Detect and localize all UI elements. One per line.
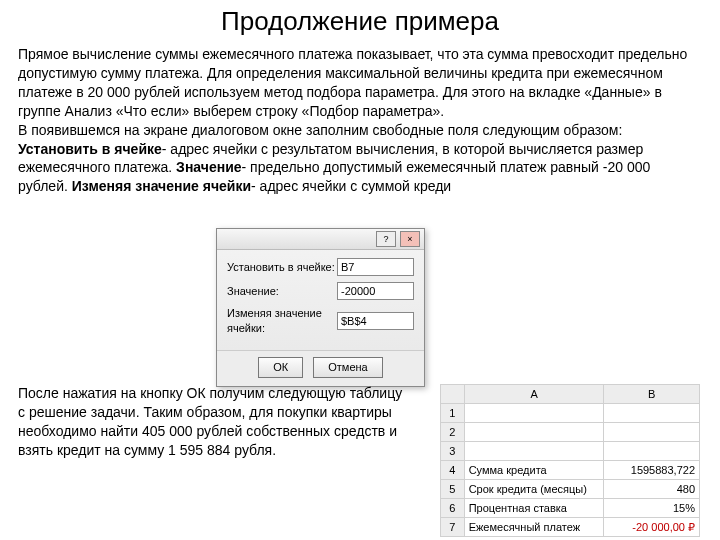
label-set-cell: Установить в ячейке [18,141,162,157]
help-icon[interactable]: ? [376,231,396,247]
set-cell-input[interactable]: B7 [337,258,414,276]
row-header-1[interactable]: 1 [441,404,465,423]
cell-a3[interactable] [464,442,604,461]
ok-button[interactable]: ОК [258,357,303,378]
label-value: Значение [176,159,241,175]
row-header-3[interactable]: 3 [441,442,465,461]
goal-seek-dialog: ? × Установить в ячейке: B7 Значение: -2… [216,228,425,387]
cell-b2[interactable] [604,423,700,442]
changing-cell-label: Изменяя значение ячейки: [227,306,337,336]
row-header-5[interactable]: 5 [441,480,465,499]
row-header-6[interactable]: 6 [441,499,465,518]
cell-a7[interactable]: Ежемесячный платеж [464,518,604,537]
sheet-corner[interactable] [441,385,465,404]
cell-a2[interactable] [464,423,604,442]
col-header-b[interactable]: B [604,385,700,404]
intro-text-2: В появившемся на экране диалоговом окне … [18,122,622,138]
to-value-input[interactable]: -20000 [337,282,414,300]
cell-a6[interactable]: Процентная ставка [464,499,604,518]
intro-text-1: Прямое вычисление суммы ежемесячного пла… [18,46,687,119]
cell-a1[interactable] [464,404,604,423]
dialog-button-row: ОК Отмена [217,350,424,386]
cell-b3[interactable] [604,442,700,461]
changing-cell-input[interactable]: $B$4 [337,312,414,330]
intro-paragraph: Прямое вычисление суммы ежемесячного пла… [0,45,720,196]
result-spreadsheet: A B 1 2 3 4 Сумма кредита 1595883,722 5 … [440,384,700,537]
close-icon[interactable]: × [400,231,420,247]
to-value-label: Значение: [227,284,337,299]
row-header-4[interactable]: 4 [441,461,465,480]
cell-b7[interactable]: -20 000,00 ₽ [604,518,700,537]
result-paragraph: После нажатия на кнопку ОК получим следу… [18,384,408,460]
cell-b1[interactable] [604,404,700,423]
dialog-body: Установить в ячейке: B7 Значение: -20000… [217,250,424,350]
label-changing-cell: Изменяя значение ячейки [72,178,251,194]
cell-b5[interactable]: 480 [604,480,700,499]
cell-a4[interactable]: Сумма кредита [464,461,604,480]
dialog-titlebar: ? × [217,229,424,250]
cell-b6[interactable]: 15% [604,499,700,518]
cell-a5[interactable]: Срок кредита (месяцы) [464,480,604,499]
row-header-7[interactable]: 7 [441,518,465,537]
desc-changing-cell: - адрес ячейки с суммой креди [251,178,451,194]
col-header-a[interactable]: A [464,385,604,404]
row-header-2[interactable]: 2 [441,423,465,442]
cancel-button[interactable]: Отмена [313,357,382,378]
cell-b4[interactable]: 1595883,722 [604,461,700,480]
page-title: Продолжение примера [0,4,720,39]
set-cell-label: Установить в ячейке: [227,260,337,275]
